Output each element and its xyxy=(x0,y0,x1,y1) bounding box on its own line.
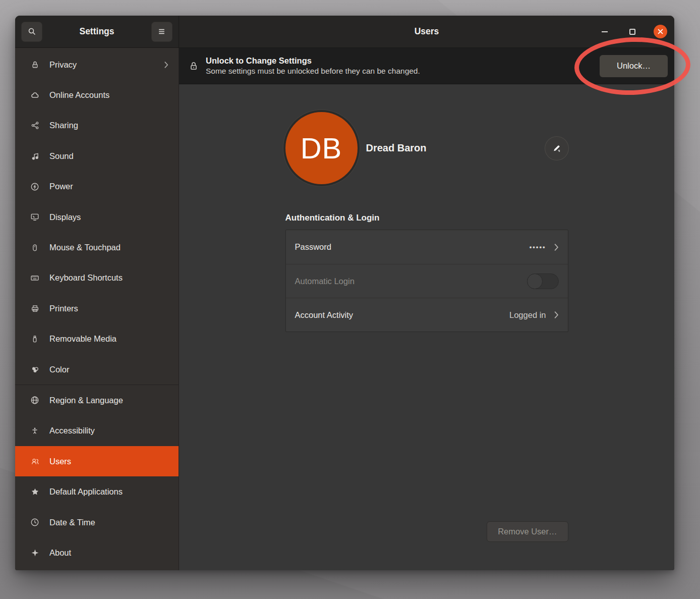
edit-name-button[interactable] xyxy=(545,137,568,160)
pencil-edit-icon xyxy=(552,143,561,153)
search-icon xyxy=(28,27,36,36)
sidebar-item-mouse-touchpad[interactable]: Mouse & Touchpad xyxy=(15,232,179,262)
users-icon xyxy=(30,457,40,466)
settings-window: Settings Users xyxy=(15,16,674,570)
user-name: Dread Baron xyxy=(366,142,427,154)
color-circles-icon xyxy=(30,365,40,374)
toggle-knob xyxy=(527,274,543,289)
sidebar-item-label: Keyboard Shortcuts xyxy=(49,273,123,283)
sidebar-item-sound[interactable]: Sound xyxy=(15,141,179,171)
chevron-right-icon xyxy=(164,61,168,69)
remove-user-button[interactable]: Remove User… xyxy=(487,521,568,542)
window-controls xyxy=(598,25,667,38)
cloud-icon xyxy=(30,91,40,100)
maximize-icon xyxy=(629,29,635,35)
account-activity-value: Logged in xyxy=(509,310,546,320)
sidebar-title: Settings xyxy=(79,26,114,37)
sidebar-item-default-applications[interactable]: Default Applications xyxy=(15,476,179,507)
sidebar-item-power[interactable]: Power xyxy=(15,172,179,202)
chevron-right-icon xyxy=(554,311,559,319)
sidebar-item-displays[interactable]: Displays xyxy=(15,202,179,232)
music-note-icon xyxy=(30,152,40,160)
sidebar-item-sharing[interactable]: Sharing xyxy=(15,111,179,141)
row-label: Automatic Login xyxy=(295,277,355,286)
flash-drive-icon xyxy=(30,335,40,343)
banner-title: Unlock to Change Settings xyxy=(206,56,420,66)
password-dots: ••••• xyxy=(530,243,546,251)
sidebar-item-label: Region & Language xyxy=(49,396,123,405)
unlock-button[interactable]: Unlock… xyxy=(600,55,668,77)
lock-icon xyxy=(189,61,199,71)
section-heading: Authentication & Login xyxy=(285,213,568,223)
printer-icon xyxy=(30,304,40,313)
accessibility-icon xyxy=(30,427,40,435)
close-button[interactable] xyxy=(654,25,667,38)
chevron-right-icon xyxy=(554,243,559,251)
unlock-banner: Unlock to Change Settings Some settings … xyxy=(179,48,674,84)
sidebar-item-label: Users xyxy=(49,457,71,466)
keyboard-icon xyxy=(30,274,40,283)
password-row[interactable]: Password ••••• xyxy=(286,230,568,264)
automatic-login-row: Automatic Login xyxy=(286,264,568,298)
row-label: Password xyxy=(295,242,331,252)
sidebar-item-about[interactable]: About xyxy=(15,537,179,568)
sidebar-item-label: Sound xyxy=(49,151,74,161)
sidebar-item-removable-media[interactable]: Removable Media xyxy=(15,324,179,354)
sparkle-icon xyxy=(30,549,40,557)
star-icon xyxy=(30,487,40,496)
sidebar-item-label: Date & Time xyxy=(49,518,95,527)
search-button[interactable] xyxy=(21,22,42,42)
hamburger-menu-icon xyxy=(157,27,166,36)
sidebar-item-label: Mouse & Touchpad xyxy=(49,243,121,252)
close-icon xyxy=(657,28,664,35)
sidebar-item-accessibility[interactable]: Accessibility xyxy=(15,416,179,446)
main-panel: Unlock to Change Settings Some settings … xyxy=(179,48,674,570)
banner-text: Unlock to Change Settings Some settings … xyxy=(206,56,420,76)
sidebar-item-label: Removable Media xyxy=(49,334,116,344)
row-label: Account Activity xyxy=(295,310,354,320)
sidebar-item-label: Accessibility xyxy=(49,426,95,435)
share-icon xyxy=(30,121,40,130)
sidebar-item-label: Sharing xyxy=(49,121,78,130)
sidebar-item-privacy[interactable]: Privacy xyxy=(15,49,179,80)
sidebar-item-printers[interactable]: Printers xyxy=(15,293,179,323)
sidebar-item-label: About xyxy=(49,548,71,558)
display-icon xyxy=(30,212,40,222)
account-activity-row[interactable]: Account Activity Logged in xyxy=(286,298,568,332)
user-card: DB Dread Baron xyxy=(285,112,568,184)
sidebar-item-users[interactable]: Users xyxy=(15,446,179,476)
auth-list: Password ••••• Automatic Login xyxy=(285,230,568,332)
banner-subtitle: Some settings must be unlocked before th… xyxy=(206,67,420,76)
sidebar-item-label: Default Applications xyxy=(49,487,123,497)
sidebar-item-label: Privacy xyxy=(49,60,77,70)
sidebar-header: Settings xyxy=(15,16,179,48)
sidebar-item-label: Color xyxy=(49,365,69,374)
sidebar-item-label: Printers xyxy=(49,304,78,313)
sidebar-item-keyboard-shortcuts[interactable]: Keyboard Shortcuts xyxy=(15,263,179,293)
sidebar-item-label: Online Accounts xyxy=(49,90,109,100)
avatar[interactable]: DB xyxy=(285,112,358,184)
sidebar-item-region-language[interactable]: Region & Language xyxy=(15,385,179,415)
maximize-button[interactable] xyxy=(626,25,639,38)
lock-icon xyxy=(30,61,40,69)
sidebar-item-label: Power xyxy=(49,182,73,191)
menu-button[interactable] xyxy=(151,22,172,42)
clock-icon xyxy=(30,518,40,527)
sidebar: Privacy Online Accounts Sharing xyxy=(15,48,179,570)
sidebar-item-label: Displays xyxy=(49,212,81,222)
minimize-button[interactable] xyxy=(598,25,611,38)
sidebar-item-color[interactable]: Color xyxy=(15,354,179,385)
titlebar: Users xyxy=(179,16,674,48)
sidebar-item-online-accounts[interactable]: Online Accounts xyxy=(15,80,179,110)
sidebar-item-date-time[interactable]: Date & Time xyxy=(15,507,179,537)
minimize-icon xyxy=(602,31,608,32)
users-content: DB Dread Baron Authentication & Login xyxy=(179,84,674,570)
automatic-login-toggle[interactable] xyxy=(527,274,559,289)
mouse-icon xyxy=(30,244,40,252)
globe-icon xyxy=(30,396,40,405)
power-icon xyxy=(30,182,40,191)
